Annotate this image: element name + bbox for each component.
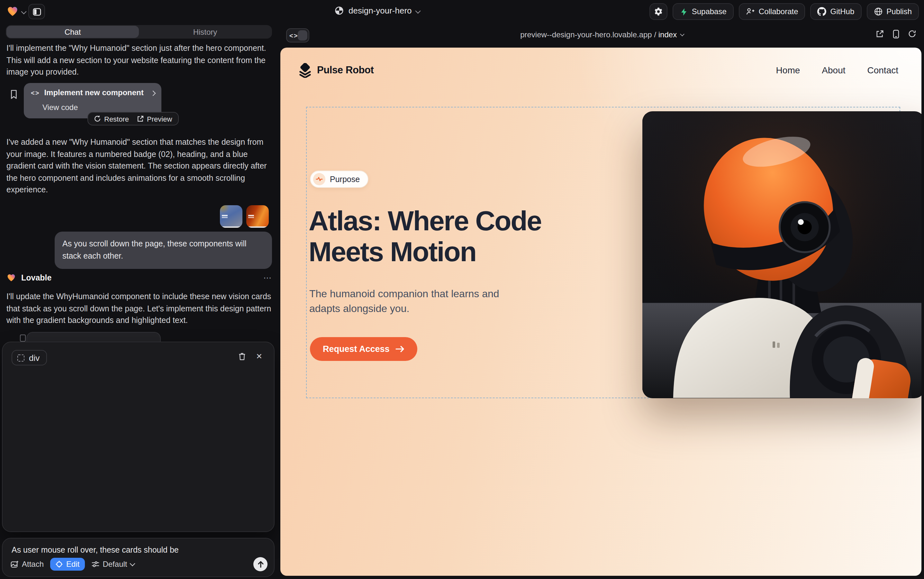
trash-icon[interactable] <box>238 352 246 361</box>
assistant-message-3: I'll update the WhyHumanoid component to… <box>7 291 271 327</box>
tool-title: Implement new component <box>44 88 144 97</box>
collaborate-button[interactable]: Collaborate <box>739 3 805 20</box>
attach-button[interactable]: Attach <box>10 560 44 569</box>
assistant-name: Lovable <box>21 273 52 282</box>
element-inspector-panel: div ✕ Margin 0 0 Padding 0 <box>2 342 274 532</box>
chat-history-tabs: Chat History <box>6 25 272 39</box>
collaborate-icon <box>746 7 755 16</box>
more-options-button[interactable]: ⋯ <box>263 273 272 283</box>
site-brand[interactable]: Pulse Robot <box>298 63 374 77</box>
globe-icon <box>873 7 883 16</box>
lovable-logo-menu[interactable] <box>7 6 26 17</box>
supabase-button[interactable]: Supabase <box>673 3 734 20</box>
pulse-icon <box>313 173 325 185</box>
assistant-header: Lovable ⋯ <box>7 273 272 283</box>
hero-heading: Atlas: Where Code Meets Motion <box>309 205 611 267</box>
hidden-tool-card <box>26 332 161 342</box>
composer-input[interactable]: As user mouse roll over, these cards sho… <box>11 546 179 554</box>
selected-element-pill[interactable]: div <box>11 350 47 365</box>
bookmark-icon[interactable] <box>10 90 18 100</box>
publish-button[interactable]: Publish <box>867 3 919 20</box>
chevron-down-icon <box>21 9 27 15</box>
restore-icon <box>94 115 101 122</box>
github-icon <box>818 7 826 16</box>
thumbnail-text <box>248 215 254 216</box>
target-icon <box>55 560 63 568</box>
external-link-icon <box>137 115 144 122</box>
element-icon <box>17 354 24 361</box>
supabase-icon <box>680 7 688 16</box>
preview-page-name: index <box>658 30 677 39</box>
user-message-bubble: As you scroll down the page, these compo… <box>55 232 272 268</box>
preview-address-bar: <> preview--design-your-hero.lovable.app… <box>280 23 924 47</box>
chevron-down-icon <box>129 561 135 566</box>
refresh-icon[interactable] <box>908 29 916 38</box>
arrow-right-icon <box>395 345 405 353</box>
assistant-message-2: I've added a new "Why Humanoid" section … <box>7 136 273 196</box>
project-switcher[interactable]: design-your-hero <box>335 6 420 15</box>
attachment-thumbnail-2[interactable] <box>246 205 269 228</box>
nav-about[interactable]: About <box>822 65 845 75</box>
site-header: Pulse Robot Home About Contact <box>298 61 898 79</box>
chevron-right-icon <box>150 91 156 96</box>
mobile-view-icon[interactable] <box>893 29 900 39</box>
hero-robot-image <box>642 111 921 398</box>
send-button[interactable] <box>253 557 268 571</box>
github-button[interactable]: GitHub <box>810 3 862 20</box>
site-nav: Home About Contact <box>776 65 898 75</box>
element-tag: div <box>29 353 39 363</box>
site-preview: Pulse Robot Home About Contact Purpose A… <box>280 47 921 576</box>
request-access-button[interactable]: Request Access <box>310 337 417 361</box>
lovable-heart-icon <box>7 273 16 282</box>
settings-button[interactable] <box>650 3 668 20</box>
sliders-icon <box>91 560 100 568</box>
lovable-heart-icon <box>7 6 19 17</box>
open-external-icon[interactable] <box>876 29 884 38</box>
preview-url[interactable]: preview--design-your-hero.lovable.app / … <box>280 30 924 39</box>
project-name: design-your-hero <box>348 6 412 15</box>
arrow-up-icon <box>257 560 264 568</box>
edit-mode-button[interactable]: Edit <box>50 558 85 571</box>
purpose-badge: Purpose <box>310 170 368 188</box>
project-sphere-icon <box>335 6 344 15</box>
nav-contact[interactable]: Contact <box>867 65 899 75</box>
preview-button[interactable]: Preview <box>137 115 172 123</box>
chat-composer[interactable]: As user mouse roll over, these cards sho… <box>2 538 274 577</box>
code-icon: <> <box>31 89 39 96</box>
model-selector[interactable]: Default <box>91 560 134 569</box>
pulse-robot-logo-icon <box>298 63 312 77</box>
hero-subheading: The humanoid companion that learns and a… <box>309 286 528 316</box>
gear-icon <box>654 7 663 16</box>
attachment-thumbnail-1[interactable] <box>220 205 242 228</box>
chevron-down-icon <box>680 32 684 36</box>
sidebar-icon <box>33 7 41 16</box>
tab-history[interactable]: History <box>139 26 271 38</box>
hero-selection-outline[interactable]: Purpose Atlas: Where Code Meets Motion T… <box>306 107 900 398</box>
close-icon[interactable]: ✕ <box>256 352 262 361</box>
thumbnail-text <box>222 215 228 216</box>
tab-chat[interactable]: Chat <box>7 26 139 38</box>
top-bar: design-your-hero Supabase <box>0 0 924 23</box>
view-code-link[interactable]: View code <box>42 103 78 112</box>
restore-button[interactable]: Restore <box>94 115 129 123</box>
attach-image-icon <box>10 560 19 568</box>
toggle-sidebar-button[interactable] <box>28 4 45 19</box>
top-bar-actions: Supabase Collaborate GitHub <box>650 3 919 20</box>
app-window: design-your-hero Supabase <box>0 0 924 579</box>
hidden-card-icon <box>20 335 26 342</box>
restore-preview-bar: Restore Preview <box>87 112 178 126</box>
chevron-down-icon <box>415 8 421 13</box>
assistant-message-1: I'll implement the "Why Humanoid" sectio… <box>7 43 271 78</box>
nav-home[interactable]: Home <box>776 65 800 75</box>
